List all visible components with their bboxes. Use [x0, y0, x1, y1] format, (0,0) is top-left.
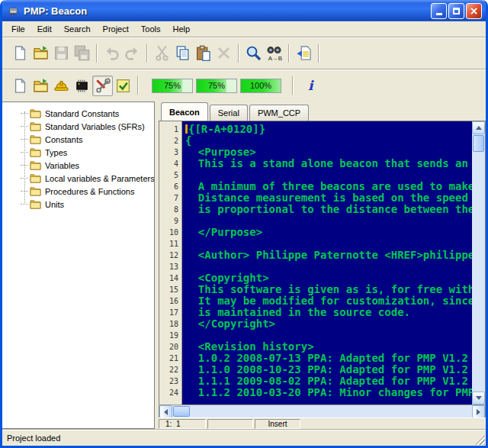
- horizontal-scroll-track[interactable]: [191, 405, 472, 417]
- horizontal-scrollbar[interactable]: [159, 404, 486, 417]
- tree-item-procedures-functions[interactable]: Procedures & Functions: [21, 185, 154, 198]
- line-number: 16: [159, 295, 181, 307]
- toolbar-verify-button[interactable]: [113, 76, 133, 96]
- tree-item-label: Standard Constants: [45, 109, 119, 118]
- line-number: 8: [159, 204, 181, 215]
- tree-connector: [21, 126, 28, 127]
- minimize-button[interactable]: [431, 3, 447, 19]
- tree-item-types[interactable]: Types: [21, 146, 154, 159]
- app-window: PMP: Beacon × FileEditSearchProjectTools…: [0, 0, 488, 448]
- tab-pwm-ccp[interactable]: PWM_CCP: [249, 105, 309, 121]
- toolbar-save-all-button[interactable]: [72, 43, 92, 63]
- code-line: [185, 238, 472, 250]
- line-number: 11: [159, 238, 181, 250]
- tree-item-variables[interactable]: Variables: [21, 159, 154, 172]
- tree-item-standard-constants[interactable]: Standard Constants: [21, 107, 154, 120]
- editor-status-bar: 1: 1 Insert: [159, 417, 486, 429]
- scroll-down-button[interactable]: [472, 392, 485, 404]
- scroll-right-button[interactable]: [472, 405, 485, 418]
- tree-item-standard-variables-sfrs[interactable]: Standard Variables (SFRs): [21, 120, 154, 133]
- toolbar-delete-button[interactable]: [214, 43, 234, 63]
- title-bar[interactable]: PMP: Beacon ×: [2, 0, 486, 21]
- horizontal-scroll-thumb[interactable]: [173, 406, 190, 417]
- code-line: is proportional to the distance between …: [185, 204, 472, 215]
- run-icon: [296, 45, 312, 61]
- delete-icon: [216, 45, 232, 61]
- toolbar-new-project-button[interactable]: [10, 76, 30, 96]
- line-number: 19: [159, 330, 181, 341]
- menu-project[interactable]: Project: [97, 22, 135, 36]
- menu-help[interactable]: Help: [167, 22, 197, 36]
- info-icon[interactable]: i: [308, 78, 313, 93]
- arrow-down-icon: [476, 396, 482, 400]
- toolbar-build-button[interactable]: [51, 76, 72, 96]
- toolbar-separator: [288, 44, 290, 63]
- tree-item-local-variables-parameters[interactable]: Local variables & Parameters: [21, 172, 154, 185]
- toolbar-redo-button[interactable]: [122, 43, 143, 63]
- open-icon: [33, 45, 49, 61]
- toolbar-find-button[interactable]: [243, 43, 264, 63]
- resize-grip-icon[interactable]: [475, 435, 485, 445]
- line-number: 7: [159, 192, 181, 204]
- modified-indicator: [207, 419, 253, 429]
- folder-icon: [30, 134, 41, 144]
- code-line: {: [185, 135, 472, 147]
- toolbar-save-button[interactable]: [51, 43, 72, 63]
- close-button[interactable]: ×: [466, 3, 482, 19]
- tree-item-constants[interactable]: Constants: [21, 133, 154, 146]
- line-number: 6: [159, 181, 181, 192]
- code-line: [185, 261, 472, 272]
- vertical-scroll-track[interactable]: [472, 153, 485, 392]
- code-line: [185, 215, 472, 227]
- new-icon: [12, 78, 28, 94]
- tab-serial[interactable]: Serial: [210, 105, 248, 121]
- build-icon: [53, 78, 69, 94]
- progress-bar: 75%: [196, 79, 237, 93]
- tree-connector: [21, 191, 28, 192]
- toolbar-tools-button[interactable]: [92, 76, 113, 96]
- toolbar-replace-button[interactable]: A→B: [264, 43, 284, 63]
- toolbar-undo-button[interactable]: [101, 43, 122, 63]
- menu-search[interactable]: Search: [58, 22, 97, 36]
- arrow-up-icon: [476, 126, 482, 130]
- toolbar-paste-button[interactable]: [193, 43, 214, 63]
- code-text-area[interactable]: {[R-A+0120]}{ <Purpose> This is a stand …: [182, 121, 472, 404]
- tab-beacon[interactable]: Beacon: [161, 102, 208, 121]
- line-number: 3: [159, 147, 181, 158]
- folder-icon: [30, 121, 41, 131]
- menu-edit[interactable]: Edit: [31, 22, 58, 36]
- cursor-position: 1: 1: [159, 419, 206, 429]
- toolbar-separator: [238, 44, 239, 63]
- line-number: 12: [159, 250, 181, 261]
- scroll-up-button[interactable]: [472, 121, 485, 134]
- toolbar-run-button[interactable]: [294, 43, 314, 63]
- tree-item-label: Local variables & Parameters: [45, 174, 155, 183]
- menu-file[interactable]: File: [5, 22, 31, 36]
- tools-icon: [95, 78, 111, 94]
- toolbar-open-project-button[interactable]: [30, 76, 51, 96]
- line-number: 23: [159, 375, 181, 387]
- folder-icon: [30, 173, 41, 183]
- toolbar-cut-button[interactable]: [152, 43, 172, 63]
- minimize-icon: [436, 13, 442, 15]
- progress-bar: 100%: [240, 79, 281, 93]
- svg-text:A→B: A→B: [268, 55, 282, 61]
- vertical-scroll-thumb[interactable]: [473, 135, 484, 152]
- toolbar-copy-button[interactable]: [172, 43, 193, 63]
- menu-tools[interactable]: Tools: [135, 22, 167, 36]
- vertical-scrollbar[interactable]: [472, 121, 485, 404]
- tree-item-units[interactable]: Units: [21, 198, 154, 211]
- maximize-button[interactable]: [448, 3, 464, 19]
- code-line: 1.1.0 2008-10-23 PPA: Adapted for PMP V1…: [185, 364, 472, 375]
- maximize-icon: [453, 8, 460, 15]
- toolbar-new-button[interactable]: [10, 43, 30, 63]
- paste-icon: [195, 45, 211, 61]
- save-all-icon: [74, 45, 90, 61]
- toolbar-open-button[interactable]: [30, 43, 51, 63]
- code-line: This is a stand alone beacon that sends …: [185, 158, 472, 169]
- line-number: 5: [159, 169, 181, 181]
- code-editor[interactable]: 123456789101112131415161718192021222324 …: [159, 121, 486, 404]
- scroll-left-button[interactable]: [159, 405, 172, 418]
- chip-icon: [74, 78, 90, 94]
- toolbar-program-chip-button[interactable]: [72, 76, 92, 96]
